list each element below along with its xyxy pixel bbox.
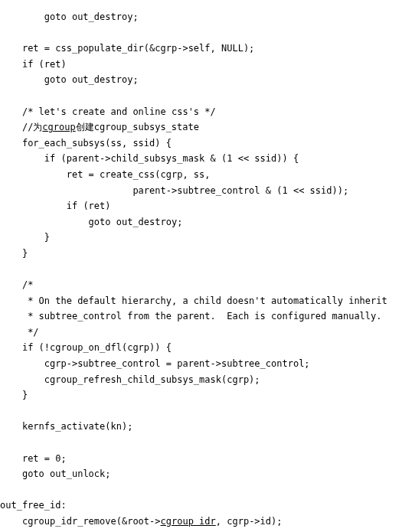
code-block: goto out_destroy; ret = css_populate_dir…	[0, 0, 402, 532]
underlined-text: cgroup idr	[161, 516, 216, 527]
underlined-text: cgroup	[42, 122, 75, 132]
